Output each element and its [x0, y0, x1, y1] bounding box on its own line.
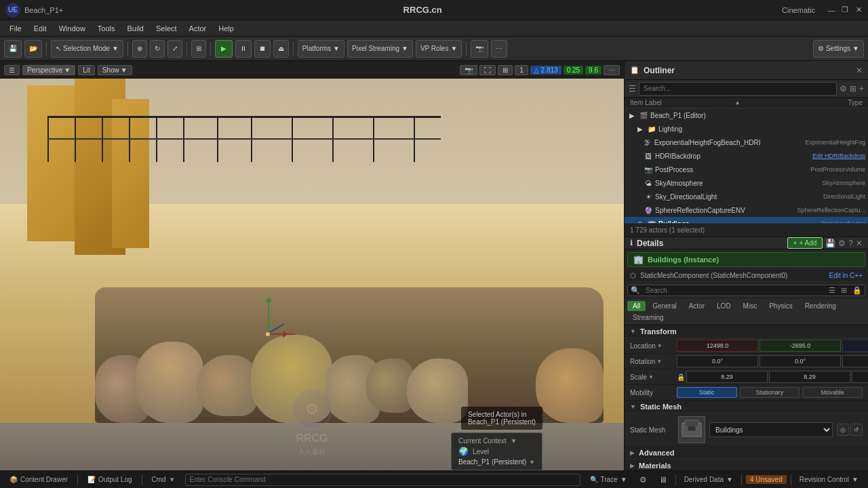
settings-icon-button[interactable]: ⚙	[635, 474, 651, 486]
location-y-input[interactable]	[760, 340, 841, 352]
selection-mode-button[interactable]: ↖ Selection Mode ▼	[51, 40, 123, 58]
perspective-button[interactable]: Perspective ▼	[22, 65, 75, 75]
tree-item-dirlight[interactable]: ☀ Sky_DirectionalLight DirectionalLight	[625, 190, 868, 203]
static-mesh-section-header[interactable]: ▼ Static Mesh	[625, 401, 868, 413]
restore-button[interactable]: ❐	[841, 6, 849, 14]
scale-dropdown-icon[interactable]: ▼	[648, 374, 654, 380]
outliner-add-button[interactable]: +	[859, 84, 864, 94]
tab-physics[interactable]: Physics	[764, 301, 797, 311]
unsaved-badge[interactable]: 4 Unsaved	[746, 475, 787, 484]
tree-item-postprocess[interactable]: 📷 PostProcess PostProcessVolume	[625, 163, 868, 176]
play-button[interactable]: ▶	[215, 40, 233, 58]
mobility-stationary-button[interactable]: Stationary	[740, 387, 800, 398]
rotation-dropdown-icon[interactable]: ▼	[656, 359, 662, 365]
filter-button[interactable]: ☰	[826, 286, 838, 295]
monitor-icon-button[interactable]: 🖥	[655, 474, 671, 486]
rotation-z-input[interactable]	[842, 355, 868, 367]
menu-build[interactable]: Build	[122, 23, 149, 34]
tab-misc[interactable]: Misc	[738, 301, 763, 311]
output-log-button[interactable]: 📝 Output Log	[83, 474, 136, 485]
scale-button[interactable]: ⤢	[167, 40, 182, 58]
transform-button[interactable]: ⊕	[132, 40, 147, 58]
menu-select[interactable]: Select	[151, 23, 182, 34]
location-z-input[interactable]	[842, 340, 868, 352]
trace-button[interactable]: 🔍 Trace ▼	[586, 474, 631, 485]
pixel-streaming-button[interactable]: Pixel Streaming ▼	[347, 40, 413, 58]
sm-browse-button[interactable]: ◎	[837, 424, 849, 436]
add-component-button[interactable]: + + Add	[787, 237, 823, 249]
viewport[interactable]: 🎬 Viewport 1 ✕ ☰ Perspective ▼ Lit Show …	[0, 61, 624, 470]
vp-roles-button[interactable]: VP Roles ▼	[416, 40, 462, 58]
tab-actor[interactable]: Actor	[684, 301, 710, 311]
menu-actor[interactable]: Actor	[184, 23, 212, 34]
tree-item-buildings[interactable]: 👁 🏢 Buildings StaticMeshActor	[625, 217, 868, 223]
tab-streaming[interactable]: Streaming	[627, 312, 669, 323]
lock-button[interactable]: 🔒	[850, 286, 865, 295]
mobility-movable-button[interactable]: Movable	[802, 387, 863, 398]
outliner-search-input[interactable]	[639, 82, 837, 96]
outliner-filter-button[interactable]: ☰	[629, 84, 636, 94]
tree-item-spherereflect[interactable]: 🔮 SphereReflectionCaptureENV SphereRefle…	[625, 203, 868, 217]
settings-button[interactable]: ⚙ Settings ▼	[813, 40, 864, 58]
camera-speed-button[interactable]: 📷	[460, 65, 477, 75]
tab-general[interactable]: General	[647, 301, 682, 311]
context-dropdown-icon[interactable]: ▼	[511, 437, 517, 445]
camera-button[interactable]: 📷	[471, 40, 488, 58]
menu-window[interactable]: Window	[54, 23, 91, 34]
location-x-input[interactable]	[677, 340, 758, 352]
tab-rendering[interactable]: Rendering	[800, 301, 842, 311]
content-drawer-button[interactable]: 📦 Content Drawer	[5, 474, 72, 485]
menu-tools[interactable]: Tools	[92, 23, 121, 34]
tab-all[interactable]: All	[627, 301, 646, 311]
rotate-button[interactable]: ↻	[150, 40, 165, 58]
more-options-button[interactable]: ⋯	[491, 40, 507, 58]
materials-section-header[interactable]: ▶ Materials	[625, 460, 868, 470]
tab-lod[interactable]: LOD	[711, 301, 736, 311]
maximize-button[interactable]: ⛶	[479, 65, 496, 75]
tree-item-lighting[interactable]: ▶ 📁 Lighting	[625, 122, 868, 136]
viewport-options-button[interactable]: ☰	[4, 65, 20, 75]
eject-button[interactable]: ⏏	[273, 40, 289, 58]
stop-button[interactable]: ⏹	[254, 40, 271, 58]
view-options-button[interactable]: ⊞	[838, 286, 850, 295]
transform-section-header[interactable]: ▼ Transform	[625, 325, 868, 338]
rotation-y-input[interactable]	[760, 355, 841, 367]
tree-item-skyatmo[interactable]: 🌤 SkyAtmosphere SkyAtmosphere	[625, 176, 868, 190]
vp-mode-button[interactable]: ⊞	[498, 65, 513, 75]
minimize-button[interactable]: —	[827, 6, 835, 14]
cmd-dropdown-icon[interactable]: ▼	[169, 476, 176, 483]
outliner-settings-button[interactable]: ⚙	[840, 84, 847, 94]
vp-num-button[interactable]: 1	[515, 65, 528, 75]
details-search-input[interactable]	[643, 285, 826, 296]
tree-item-beach-p1[interactable]: ▶ 🎬 Beach_P1 (Editor)	[625, 108, 868, 122]
static-mesh-select[interactable]: Buildings	[709, 422, 833, 437]
menu-edit[interactable]: Edit	[28, 23, 52, 34]
outliner-view-button[interactable]: ⊞	[850, 84, 856, 94]
console-command-input[interactable]	[185, 474, 580, 486]
sm-reset-button[interactable]: ↺	[850, 424, 863, 436]
scale-lock-icon[interactable]: 🔒	[677, 373, 685, 381]
show-button[interactable]: Show ▼	[98, 65, 132, 75]
details-close-button[interactable]: ✕	[856, 239, 863, 248]
mobility-static-button[interactable]: Static	[677, 387, 737, 398]
tree-item-hdri[interactable]: 🖼 HDRIBackdrop Edit HDRIBackdrop	[625, 149, 868, 163]
rotation-x-input[interactable]	[677, 355, 758, 367]
edit-cpp-button[interactable]: Edit in C++	[829, 272, 863, 279]
scale-y-input[interactable]	[769, 371, 850, 383]
details-question-button[interactable]: ?	[848, 239, 853, 248]
platforms-button[interactable]: Platforms ▼	[298, 40, 344, 58]
details-save-button[interactable]: 💾	[825, 239, 835, 248]
menu-file[interactable]: File	[4, 23, 27, 34]
scale-x-input[interactable]	[686, 371, 768, 383]
revision-control-button[interactable]: Revision Control ▼	[795, 474, 863, 485]
location-dropdown-icon[interactable]: ▼	[657, 343, 663, 349]
pause-button[interactable]: ⏸	[235, 40, 252, 58]
screen-options-button[interactable]: ⋯	[604, 65, 620, 75]
open-button[interactable]: 📂	[24, 40, 42, 58]
derived-data-button[interactable]: Derived Data ▼	[680, 474, 737, 485]
details-options-button[interactable]: ⚙	[838, 239, 846, 248]
outliner-close-button[interactable]: ✕	[856, 66, 863, 75]
save-button[interactable]: 💾	[4, 40, 22, 58]
lit-button[interactable]: Lit	[78, 65, 95, 75]
snap-button[interactable]: ⊞	[191, 40, 206, 58]
